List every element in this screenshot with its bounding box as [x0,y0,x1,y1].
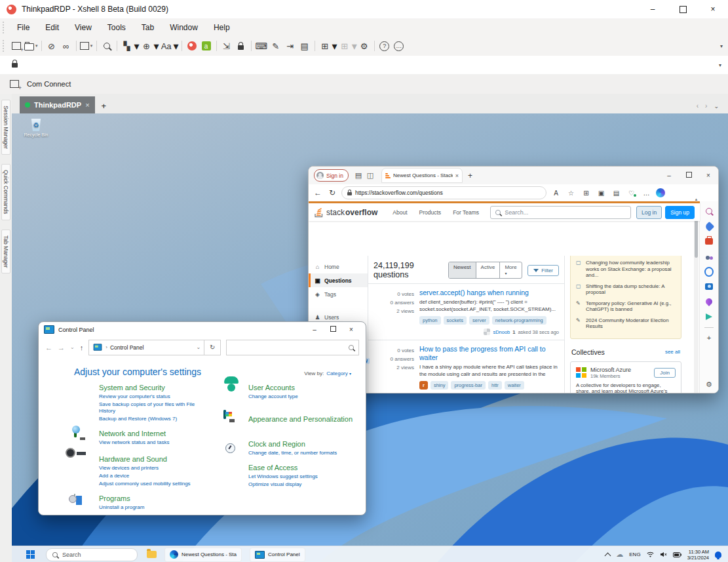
help-button[interactable]: ? [378,39,391,53]
com-connect-label[interactable]: Com Connect [27,80,71,88]
nav-about[interactable]: About [387,209,413,216]
find-button[interactable] [100,39,113,53]
ease-of-access-icon[interactable] [223,464,242,482]
browser-signin-button[interactable]: Sign in [314,169,349,182]
nav-for-teams[interactable]: For Teams [447,209,485,216]
menu-window[interactable]: Window [162,23,206,32]
sidebar-designer-icon[interactable] [704,297,714,306]
cp-search-box[interactable] [226,340,359,355]
sidebar-games-icon[interactable] [704,267,714,276]
user-accounts-icon[interactable] [223,384,242,402]
page-scrollbar[interactable]: ▲ [694,203,699,393]
sidebar-add-button[interactable]: + [707,334,711,342]
cp-sublink[interactable]: Optimize visual display [248,481,318,488]
font-button[interactable]: Aa [160,39,173,53]
recycle-bin-shortcut[interactable]: ♻ Recycle Bin [21,119,51,137]
xshell-app-icon[interactable] [185,39,199,53]
rail-quick-commands[interactable]: Quick Commands [1,164,10,220]
question-link[interactable]: How to pass the progress from API call t… [419,345,559,362]
sidebar-office-icon[interactable] [704,237,714,246]
session-tab-thinkpadrdp[interactable]: ThinkpadRDP × [20,96,95,113]
cp-category-link[interactable]: Appearance and Personalization [248,415,353,424]
reconnect-button[interactable]: ∞ [60,39,73,53]
browser-essentials-icon[interactable]: ♡ [626,190,637,197]
cp-view-by-value[interactable]: Category ▾ [326,371,351,376]
cp-category-link[interactable]: User Accounts [248,384,298,392]
favorites-bar-icon[interactable]: ▣ [596,190,607,197]
sidebar-settings-icon[interactable]: ⚙ [700,380,718,389]
menu-file[interactable]: File [9,23,37,32]
wifi-icon[interactable] [647,552,654,557]
cp-category-link[interactable]: Hardware and Sound [99,455,191,464]
cp-recent-pages-button[interactable]: ⌄ [70,344,75,350]
cp-maximize-button[interactable] [324,326,342,333]
url-box[interactable]: https://stackoverflow.com/questions [341,186,546,199]
sidebar-send-icon[interactable] [704,312,714,321]
cp-sublink[interactable]: Review your computer's status [99,393,204,400]
cp-back-button[interactable]: ← [45,344,52,351]
rail-session-manager[interactable]: Session Manager [1,100,10,155]
properties-button[interactable]: ▤ [298,39,311,53]
tab-actions-icon[interactable]: ◫ [364,171,376,180]
open-sessions-button[interactable]: ▾ [24,39,38,53]
tag-r[interactable]: r [419,381,428,390]
tab-scroll-right-button[interactable]: › [705,102,707,110]
volume-icon[interactable] [660,552,667,557]
cp-up-button[interactable]: ↑ [80,344,84,351]
so-nav-home[interactable]: ⌂Home [309,260,368,273]
cp-breadcrumb-dropdown[interactable]: ⌄ [197,344,201,350]
lock-screen-button[interactable] [235,39,248,53]
new-session-tab-button[interactable]: + [102,101,107,111]
tag-progress-bar[interactable]: progress-bar [451,381,486,390]
notification-bell-icon[interactable] [715,552,721,558]
split-layout-button[interactable]: ⊞ [338,39,351,53]
menu-tools[interactable]: Tools [100,23,134,32]
browser-tab[interactable]: Newest Questions - Stack Overfl × [381,168,463,183]
cp-sublink[interactable]: Change date, time, or number formats [248,450,337,456]
split-screen-icon[interactable]: ⊞ [581,190,592,197]
cp-category-link[interactable]: Clock and Region [248,440,337,449]
close-button[interactable]: × [698,0,728,18]
tag-python[interactable]: python [419,316,441,325]
transfer-button[interactable]: ▚ [121,39,134,53]
about-button[interactable]: … [393,39,406,53]
stackoverflow-logo[interactable]: stackoverflow [314,207,377,218]
weather-icon[interactable]: ☁ [616,550,623,559]
tag-server[interactable]: server [469,316,489,325]
clock[interactable]: 11:30 AM 3/21/2024 [687,549,709,561]
cp-category-link[interactable]: Ease of Access [248,464,318,472]
send-text-button[interactable]: ⇥ [284,39,297,53]
browser-refresh-button[interactable]: ↻ [327,188,337,197]
cp-category-link[interactable]: Network and Internet [99,430,169,438]
cp-minimize-button[interactable]: – [305,326,324,333]
cp-sublink[interactable]: Let Windows suggest settings [248,473,318,480]
tag-shiny[interactable]: shiny [431,381,449,390]
join-button[interactable]: Join [654,368,676,378]
fullscreen-button[interactable]: ⇲ [220,39,233,53]
cp-sublink[interactable]: Change account type [248,393,298,400]
clock-region-icon[interactable] [223,440,242,458]
taskbar-control-panel-button[interactable]: Control Panel [250,548,305,562]
cp-close-button[interactable]: × [342,326,360,333]
appearance-icon[interactable] [223,411,242,430]
tag-sockets[interactable]: sockets [444,316,467,325]
so-nav-questions[interactable]: ▣Questions [309,273,368,287]
sort-active[interactable]: Active [476,262,500,278]
cp-sublink[interactable]: View network status and tasks [99,439,169,446]
keyboard-button[interactable]: ⌨ [255,39,268,53]
tag-waiter[interactable]: waiter [505,381,524,390]
collections-icon[interactable]: ▤ [611,190,622,197]
cp-category-link[interactable]: Programs [99,494,144,503]
cp-category-link[interactable]: System and Security [99,384,204,392]
cp-sublink[interactable]: Backup and Restore (Windows 7) [99,416,204,422]
question-link[interactable]: server.accept() hangs when running [419,289,559,297]
disconnect-button[interactable]: ⊘ [45,39,58,53]
collective-name[interactable]: Microsoft Azure [590,367,631,373]
options-button[interactable]: ⚙ [358,39,371,53]
sort-newest[interactable]: Newest [449,262,476,278]
meta-item[interactable]: ✎Temporary policy: Generative AI (e.g., … [576,300,676,313]
nav-products[interactable]: Products [413,209,448,216]
meta-item[interactable]: ▢Changing how community leadership works… [576,260,676,279]
encoding-globe-button[interactable]: ⊕ [140,39,153,53]
sort-more[interactable]: More ▾ [499,262,522,278]
